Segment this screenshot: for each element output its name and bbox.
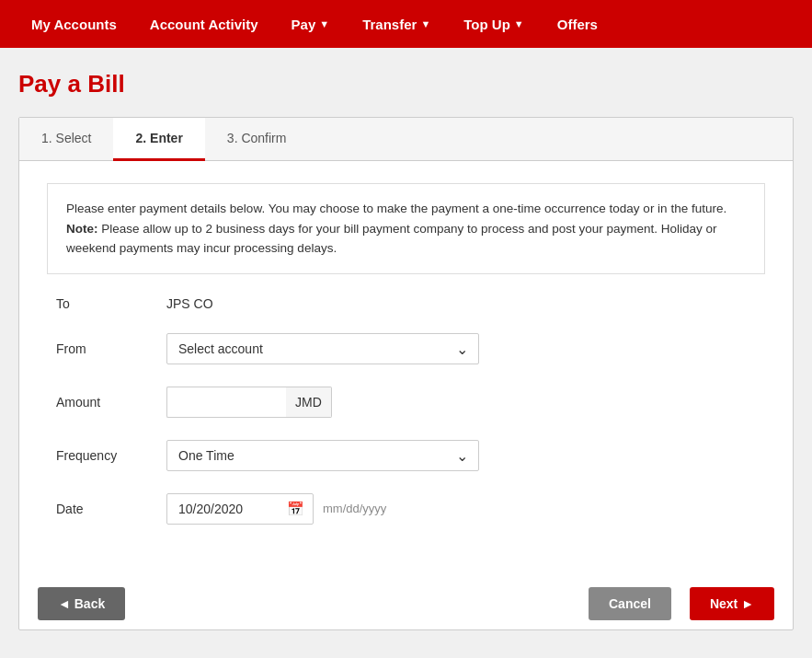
tabs-container: 1. Select 2. Enter 3. Confirm Please ent… bbox=[18, 117, 794, 630]
tab-confirm[interactable]: 3. Confirm bbox=[205, 118, 309, 161]
to-label: To bbox=[56, 296, 166, 311]
amount-label: Amount bbox=[56, 395, 166, 410]
notice-note-text: Please allow up to 2 business days for y… bbox=[66, 222, 717, 256]
to-row: To JPS CO bbox=[56, 296, 756, 311]
frequency-label: Frequency bbox=[56, 448, 166, 463]
nav-offers[interactable]: Offers bbox=[541, 0, 614, 48]
date-wrap: 10/20/2020 📅 mm/dd/yyyy bbox=[166, 493, 756, 525]
nav-account-activity[interactable]: Account Activity bbox=[133, 0, 275, 48]
from-row: From Select account ⌄ bbox=[56, 333, 756, 364]
tab-enter[interactable]: 2. Enter bbox=[113, 118, 204, 161]
from-label: From bbox=[56, 341, 166, 356]
nav-pay[interactable]: Pay ▼ bbox=[275, 0, 347, 48]
tab-select[interactable]: 1. Select bbox=[19, 118, 113, 161]
amount-input[interactable] bbox=[166, 387, 286, 418]
date-row: Date 10/20/2020 📅 mm/dd/yyyy bbox=[56, 493, 756, 525]
frequency-row: Frequency One Time Weekly Bi-Weekly Mont… bbox=[56, 440, 756, 471]
notice-main-text: Please enter payment details below. You … bbox=[66, 202, 726, 215]
form-section: Please enter payment details below. You … bbox=[19, 161, 793, 569]
date-input[interactable]: 10/20/2020 bbox=[166, 493, 314, 525]
top-up-dropdown-arrow: ▼ bbox=[514, 18, 524, 29]
next-button[interactable]: Next ► bbox=[690, 587, 774, 620]
tabs-header: 1. Select 2. Enter 3. Confirm bbox=[19, 118, 793, 161]
form-footer: ◄ Back Cancel Next ► bbox=[19, 569, 793, 629]
notice-note-label: Note: bbox=[66, 222, 98, 236]
nav-my-accounts[interactable]: My Accounts bbox=[15, 0, 133, 48]
from-select[interactable]: Select account bbox=[166, 333, 479, 364]
form-body: To JPS CO From Select account ⌄ bbox=[47, 296, 765, 525]
back-button[interactable]: ◄ Back bbox=[38, 587, 125, 620]
frequency-select-wrapper: One Time Weekly Bi-Weekly Monthly ⌄ bbox=[166, 440, 479, 471]
nav-top-up[interactable]: Top Up ▼ bbox=[447, 0, 540, 48]
page-content: Pay a Bill 1. Select 2. Enter 3. Confirm… bbox=[0, 48, 812, 652]
notice-box: Please enter payment details below. You … bbox=[47, 183, 765, 274]
to-value: JPS CO bbox=[166, 296, 213, 311]
nav-transfer[interactable]: Transfer ▼ bbox=[346, 0, 447, 48]
pay-dropdown-arrow: ▼ bbox=[319, 18, 329, 29]
amount-currency: JMD bbox=[286, 387, 332, 418]
date-label: Date bbox=[56, 502, 166, 516]
transfer-dropdown-arrow: ▼ bbox=[420, 18, 430, 29]
amount-wrap: JMD bbox=[166, 387, 350, 418]
date-hint: mm/dd/yyyy bbox=[323, 502, 386, 515]
right-buttons: Cancel Next ► bbox=[589, 587, 774, 620]
from-select-wrapper: Select account ⌄ bbox=[166, 333, 479, 364]
main-nav: My Accounts Account Activity Pay ▼ Trans… bbox=[0, 0, 812, 48]
cancel-button[interactable]: Cancel bbox=[589, 587, 671, 620]
date-input-wrapper: 10/20/2020 📅 bbox=[166, 493, 314, 525]
amount-row: Amount JMD bbox=[56, 387, 756, 418]
page-title: Pay a Bill bbox=[18, 70, 794, 98]
frequency-select[interactable]: One Time Weekly Bi-Weekly Monthly bbox=[166, 440, 479, 471]
